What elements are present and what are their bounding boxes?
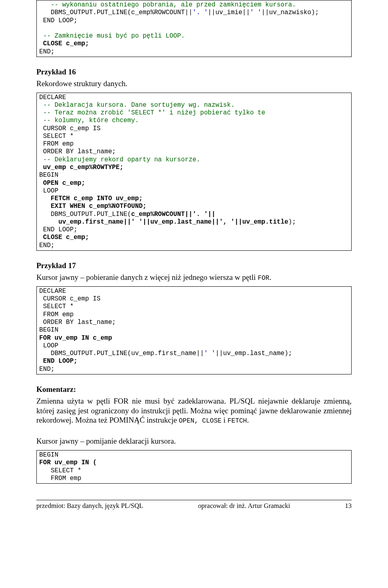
code-line: END LOOP; — [39, 357, 78, 365]
footer-page-number: 13 — [345, 502, 352, 510]
inline-code: FETCH — [228, 417, 247, 425]
code-line: FROM emp — [39, 311, 74, 318]
code-line: BEGIN — [39, 451, 58, 459]
heading-example-17: Przykład 17 — [36, 261, 352, 270]
code-line: DBMS_OUTPUT.PUT_LINE(uv_emp.first_name|| — [39, 350, 204, 357]
code-comment: -- Zamknięcie musi być po pętli LOOP. — [39, 32, 185, 40]
text: . — [269, 273, 271, 281]
inline-code: FOR — [258, 275, 270, 282]
code-comment: -- Deklarujemy rekord oparty na kursorze… — [39, 156, 200, 163]
code-block-4: BEGIN FOR uv_emp IN ( SELECT * FROM emp — [36, 450, 352, 484]
code-line: CLOSE c_emp; — [39, 40, 89, 47]
page: -- wykonaniu ostatniego pobrania, ale pr… — [0, 0, 388, 522]
code-line: ORDER BY last_name; — [39, 148, 116, 155]
footer-author: opracował: dr inż. Artur Gramacki — [198, 502, 290, 510]
code-string: '. ' — [192, 9, 208, 16]
code-line: OPEN c_emp; — [39, 180, 85, 187]
paragraph-skip-cursor: Kursor jawny – pomijanie deklaracji kurs… — [36, 436, 352, 446]
paragraph-example-16: Rekordowe struktury danych. — [36, 79, 352, 89]
code-comment: -- kolumny, które chcemy. — [39, 117, 139, 124]
code-line: uv_emp c_emp%ROWTYPE; — [39, 164, 124, 171]
code-line: ||uv_emp.last_name); — [215, 350, 292, 357]
code-bold: c_emp%ROWCOUNT||'. '|| — [131, 211, 216, 218]
code-line: LOOP — [39, 187, 58, 195]
code-comment: -- wykonaniu ostatniego pobrania, ale pr… — [39, 1, 296, 8]
code-block-1: -- wykonaniu ostatniego pobrania, ale pr… — [36, 0, 352, 57]
code-line: END; — [39, 48, 55, 55]
code-line: DBMS_OUTPUT.PUT_LINE( — [39, 211, 131, 218]
paragraph-example-17: Kursor jawny – pobieranie danych z więce… — [36, 273, 352, 282]
code-block-2: DECLARE -- Deklaracja kursora. Dane sort… — [36, 93, 352, 251]
text: i — [221, 416, 228, 424]
code-line: DBMS_OUTPUT.PUT_LINE(c_emp%ROWCOUNT|| — [39, 9, 192, 16]
code-line: FETCH c_emp INTO uv_emp; — [39, 195, 143, 202]
code-comment: -- Teraz można zrobić 'SELECT *' i niżej… — [39, 109, 265, 116]
code-block-3: DECLARE CURSOR c_emp IS SELECT * FROM em… — [36, 286, 352, 374]
code-line: SELECT * — [39, 467, 81, 474]
code-line: CLOSE c_emp; — [39, 234, 89, 241]
page-footer: przedmiot: Bazy danych, język PL/SQL opr… — [36, 500, 352, 510]
footer-subject: przedmiot: Bazy danych, język PL/SQL — [36, 502, 143, 510]
code-comment: -- Deklaracja kursora. Dane sortujemy wg… — [39, 102, 234, 109]
code-line: LOOP — [39, 342, 58, 349]
code-bold: uv_emp.first_name||' '||uv_emp.last_name… — [58, 218, 288, 226]
code-line — [39, 218, 58, 226]
heading-example-16: Przykład 16 — [36, 68, 352, 76]
code-line: ); — [288, 218, 296, 226]
paragraph-comment: Zmienna użyta w pętli FOR nie musi być z… — [36, 396, 352, 425]
code-line: END; — [39, 242, 55, 249]
code-line: FOR uv_emp IN ( — [39, 459, 97, 466]
code-line: DECLARE — [39, 94, 66, 101]
code-line: EXIT WHEN c_emp%NOTFOUND; — [39, 203, 146, 210]
text: Kursor jawny – pobieranie danych z więce… — [36, 273, 258, 281]
code-line: CURSOR c_emp IS — [39, 295, 101, 302]
code-line: BEGIN — [39, 326, 58, 334]
code-line: FROM emp — [39, 140, 74, 148]
code-line: END; — [39, 366, 55, 373]
code-line: END LOOP; — [39, 17, 78, 24]
text: . — [247, 416, 249, 424]
heading-comment: Komentarz: — [36, 385, 352, 394]
code-line: ORDER BY last_name; — [39, 319, 116, 326]
code-line: END LOOP; — [39, 226, 78, 233]
code-line: FOR uv_emp IN c_emp — [39, 334, 112, 342]
code-line: SELECT * — [39, 133, 74, 140]
code-line: FROM emp — [39, 475, 81, 482]
code-line: DECLARE — [39, 288, 66, 295]
spacer — [36, 429, 352, 436]
inline-code: OPEN, CLOSE — [179, 417, 221, 425]
code-string: ' ' — [250, 9, 261, 16]
code-line: ||uv_imie|| — [208, 9, 250, 16]
code-string: ' ' — [204, 350, 215, 357]
code-line: SELECT * — [39, 303, 74, 310]
code-line: BEGIN — [39, 171, 58, 179]
code-line: CURSOR c_emp IS — [39, 125, 101, 132]
code-line: ||uv_nazwisko); — [261, 9, 319, 16]
